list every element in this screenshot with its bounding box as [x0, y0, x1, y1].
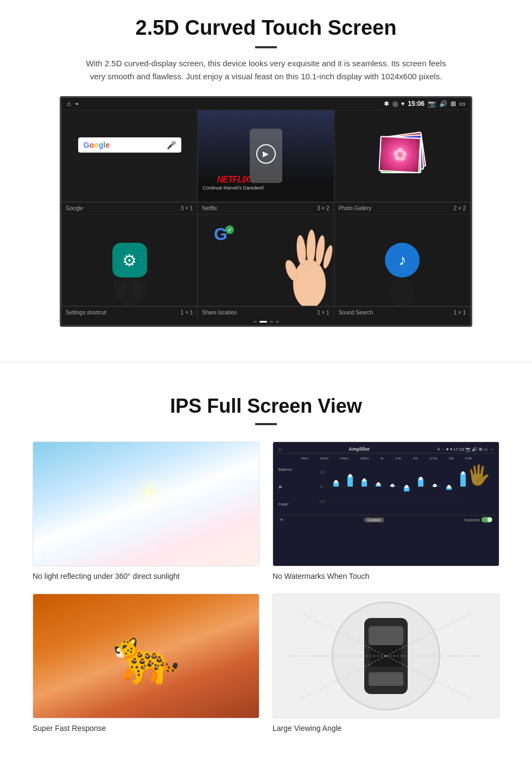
- photo-gallery-app-cell[interactable]: 🌸: [334, 110, 471, 202]
- svg-point-31: [349, 474, 352, 477]
- feature-img-car: [273, 594, 499, 718]
- svg-point-37: [433, 484, 436, 487]
- sound-app-name: Sound Search: [339, 310, 373, 316]
- google-size: 3 × 1: [181, 205, 193, 211]
- app-grid-top: Google 🎤 ▶ NETFLIX Continue Marvel's D: [61, 110, 471, 202]
- wifi-icon: ▾: [401, 100, 404, 108]
- amp-loudness-toggle[interactable]: loudness: [465, 517, 492, 522]
- home-icon: ⌂: [67, 100, 71, 108]
- share-cell-content: G ✓: [198, 215, 333, 306]
- svg-point-38: [447, 485, 451, 488]
- amp-header: ⌂ Amplifier ≡ ··· ♥ ▾ 17:33 📷 🔊 ⊠ ▭ →: [276, 445, 496, 453]
- amp-custom-button[interactable]: Custom: [364, 518, 384, 522]
- svg-point-36: [419, 477, 422, 480]
- settings-label: Settings shortcut 1 × 1: [61, 307, 198, 318]
- section2-title: IPS Full Screen View: [33, 395, 499, 418]
- feature-grid: No light reflecting under 360° direct su…: [33, 441, 499, 733]
- amp-icons: ≡ ··· ♥ ▾ 17:33 📷 🔊 ⊠ ▭ →: [438, 447, 493, 452]
- photo-cell-content: 🌸: [335, 110, 470, 201]
- dot-3: [270, 321, 273, 323]
- app-grid-bottom: ⚙ G ✓: [61, 214, 471, 306]
- photo-flower: 🌸: [380, 137, 420, 172]
- svg-text:0: 0: [320, 485, 322, 489]
- netflix-logo: NETFLIX: [202, 175, 263, 185]
- feature-img-cheetah: [33, 594, 259, 718]
- section2-underline: [255, 423, 277, 425]
- settings-app-cell[interactable]: ⚙: [61, 214, 198, 306]
- svg-point-13: [390, 277, 414, 306]
- google-app-cell[interactable]: Google 🎤: [61, 110, 198, 202]
- feature-img-amplifier: ⌂ Amplifier ≡ ··· ♥ ▾ 17:33 📷 🔊 ⊠ ▭ → 60…: [273, 441, 499, 566]
- svg-point-4: [136, 266, 145, 275]
- google-logo: Google: [84, 141, 110, 149]
- settings-cell-content: ⚙: [62, 215, 197, 306]
- settings-app-name: Settings shortcut: [66, 310, 106, 316]
- svg-rect-29: [460, 473, 466, 487]
- sound-search-app-cell[interactable]: ♪: [334, 214, 471, 306]
- svg-point-30: [334, 480, 338, 483]
- car-image: [273, 594, 499, 718]
- svg-point-0: [123, 261, 136, 274]
- netflix-app-name: Netflix: [202, 205, 217, 211]
- bluetooth-icon: ✱: [384, 100, 389, 108]
- feature-fast-response: Super Fast Response: [33, 594, 259, 733]
- feature-no-reflection: No light reflecting under 360° direct su…: [33, 441, 259, 581]
- sound-cell-content: ♪: [335, 215, 470, 306]
- netflix-app-cell[interactable]: ▶ NETFLIX Continue Marvel's Daredevil: [198, 110, 334, 202]
- screen-icon: ▭: [459, 100, 465, 108]
- svg-line-41: [386, 613, 473, 656]
- screen-size-badge: Screen Size 10.1": [471, 98, 472, 137]
- amp-nav-left[interactable]: ≪: [280, 518, 283, 522]
- title-underline: [255, 46, 277, 48]
- svg-point-34: [391, 484, 394, 487]
- status-time: 15:06: [408, 100, 425, 108]
- feature-label-watermarks: No Watermarks When Touch: [273, 572, 499, 581]
- location-icon: ◎: [392, 100, 398, 108]
- amp-home-icon: ⌂: [278, 447, 281, 452]
- photo-stack: 🌸: [378, 131, 427, 180]
- sound-size: 1 × 1: [453, 310, 466, 316]
- hand-svg: [280, 224, 334, 306]
- section1-title: 2.5D Curved Touch Screen: [33, 16, 499, 40]
- dot-1: [254, 321, 257, 323]
- usb-icon: ⌁: [75, 100, 79, 108]
- hand-illustration: [280, 224, 334, 306]
- section-divider: [0, 362, 532, 362]
- sound-bg-silhouette: [386, 257, 419, 306]
- pagination-dots: [61, 318, 471, 325]
- settings-size: 1 × 1: [181, 310, 193, 316]
- section-ips: IPS Full Screen View No light reflecting…: [0, 384, 532, 754]
- section-curved-screen: 2.5D Curved Touch Screen With 2.5D curve…: [0, 0, 532, 340]
- volume-icon: 🔊: [439, 100, 447, 108]
- google-mic-icon[interactable]: 🎤: [167, 141, 176, 149]
- svg-text:10: 10: [320, 470, 325, 474]
- dot-2: [259, 321, 267, 323]
- svg-line-44: [299, 656, 386, 699]
- netflix-subtitle: Continue Marvel's Daredevil: [202, 185, 263, 191]
- device-screen: Screen Size 10.1" ⌂ ⌁ ✱ ◎ ▾ 15:06 📷 🔊 ⊠: [60, 96, 472, 327]
- cheetah-image: [33, 594, 259, 718]
- app-labels-top: Google 3 × 1 Netflix 3 × 2 Photo Gallery…: [61, 202, 471, 214]
- feature-viewing-angle: Large Viewing Angle: [273, 594, 499, 733]
- photo-gallery-app-name: Photo Gallery: [339, 205, 372, 211]
- amplifier-screen: ⌂ Amplifier ≡ ··· ♥ ▾ 17:33 📷 🔊 ⊠ ▭ → 60…: [273, 442, 499, 566]
- svg-line-45: [386, 656, 473, 699]
- device-mockup: Screen Size 10.1" ⌂ ⌁ ✱ ◎ ▾ 15:06 📷 🔊 ⊠: [60, 96, 472, 327]
- share-g-icon: G ✓: [209, 225, 232, 248]
- feature-no-watermarks: ⌂ Amplifier ≡ ··· ♥ ▾ 17:33 📷 🔊 ⊠ ▭ → 60…: [273, 441, 499, 581]
- toggle-pill[interactable]: [482, 517, 492, 522]
- amp-title: Amplifier: [349, 446, 370, 452]
- svg-point-35: [405, 485, 408, 488]
- google-cell-content: Google 🎤: [62, 110, 197, 201]
- svg-point-33: [377, 482, 380, 485]
- eq-chart: 10 0 -10: [297, 461, 493, 513]
- settings-bg-silhouette: [113, 257, 146, 306]
- svg-point-9: [306, 230, 316, 265]
- feature-label-angle: Large Viewing Angle: [273, 724, 499, 733]
- share-location-app-cell[interactable]: G ✓: [198, 214, 334, 306]
- svg-point-32: [363, 478, 366, 482]
- share-app-name: Share location: [202, 310, 237, 316]
- netflix-play-button[interactable]: ▶: [256, 144, 276, 163]
- dot-4: [276, 321, 279, 323]
- google-search-bar[interactable]: Google 🎤: [78, 137, 181, 153]
